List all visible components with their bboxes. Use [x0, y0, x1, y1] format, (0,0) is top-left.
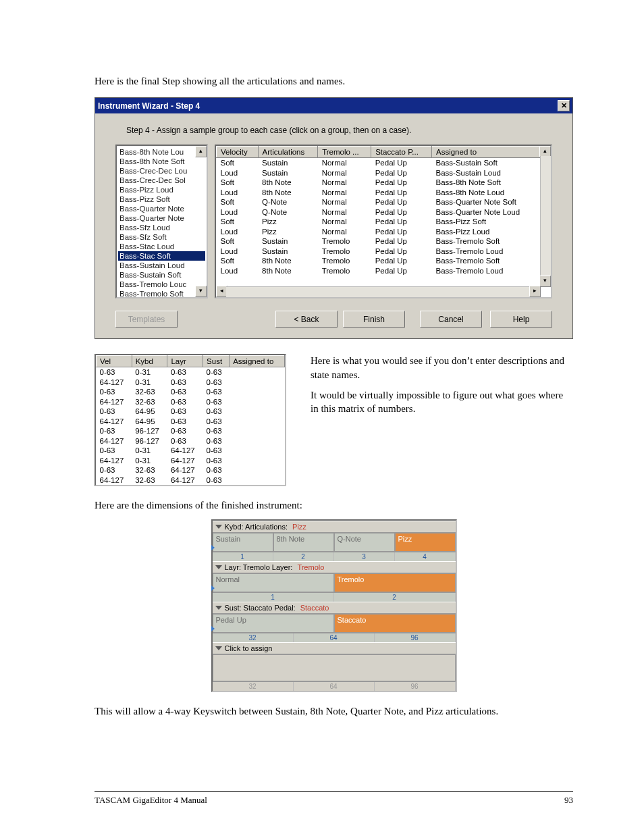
table-cell: Pedal Up — [371, 178, 432, 188]
dim-cell[interactable]: Tremolo — [334, 573, 456, 592]
table-row[interactable]: SoftSustainTremoloPedal UpBass-Tremolo S… — [217, 236, 540, 246]
close-icon[interactable]: ✕ — [558, 100, 570, 111]
table-cell — [230, 436, 285, 446]
dim-cell[interactable]: Q-Note — [334, 533, 395, 552]
dim-cell[interactable]: 8th Note — [273, 533, 334, 552]
table-row[interactable]: LoudSustainTremoloPedal UpBass-Tremolo L… — [217, 246, 540, 257]
sample-group-listbox[interactable]: ▴ Bass-8th Note LouBass-8th Note SoftBas… — [115, 145, 208, 298]
list-item[interactable]: Bass-Sustain Soft — [118, 270, 205, 280]
list-item[interactable]: Bass-Crec-Dec Sol — [118, 176, 205, 185]
dim-cell-empty[interactable] — [213, 654, 456, 681]
table-cell: Bass-8th Note Loud — [431, 188, 539, 198]
scrollbar-horizontal[interactable] — [226, 286, 531, 297]
table-cell: Loud — [217, 227, 259, 237]
wizard-title: Instrument Wizard - Step 4 — [98, 101, 558, 111]
dim-cell[interactable]: Pizz — [395, 533, 456, 552]
list-item[interactable]: Bass-Pizz Loud — [118, 185, 205, 194]
table-cell: Pedal Up — [371, 188, 432, 198]
dim-title: Sust: Staccato Pedal: — [225, 604, 296, 612]
table-row[interactable]: Loud8th NoteTremoloPedal UpBass-Tremolo … — [217, 266, 540, 276]
list-item[interactable]: Bass-Sfz Soft — [118, 232, 205, 242]
dim-header-sust[interactable]: Sust: Staccato Pedal: Staccato — [213, 602, 456, 614]
scroll-down-icon[interactable]: ▾ — [539, 276, 551, 287]
cancel-button[interactable]: Cancel — [420, 311, 482, 328]
column-header[interactable]: Velocity — [217, 147, 259, 158]
column-header: Kybd — [132, 356, 167, 367]
table-cell: Soft — [217, 158, 259, 168]
table-cell: 0-63 — [203, 436, 230, 446]
back-button[interactable]: < Back — [275, 311, 338, 328]
table-cell: 0-63 — [167, 407, 203, 417]
list-item[interactable]: Bass-8th Note Soft — [118, 157, 205, 166]
table-cell: Bass-Sustain Loud — [431, 168, 539, 178]
dim-header-assign[interactable]: Click to assign — [213, 642, 456, 654]
list-item[interactable]: Bass-Tremolo Soft — [118, 289, 205, 298]
list-item[interactable]: Bass-Crec-Dec Lou — [118, 166, 205, 176]
table-row[interactable]: SoftSustainNormalPedal UpBass-Sustain So… — [217, 158, 540, 168]
finish-button[interactable]: Finish — [343, 311, 405, 328]
table-row[interactable]: Loud8th NoteNormalPedal UpBass-8th Note … — [217, 188, 540, 198]
table-row[interactable]: SoftPizzNormalPedal UpBass-Pizz Soft — [217, 217, 540, 227]
list-item[interactable]: Bass-Quarter Note — [118, 213, 205, 223]
table-cell: 96-127 — [132, 426, 167, 436]
table-cell: Q-Note — [258, 207, 318, 217]
dim-cell[interactable]: Staccato — [334, 614, 456, 633]
list-item[interactable]: Bass-Stac Loud — [118, 242, 205, 251]
list-item[interactable]: Bass-Quarter Note — [118, 204, 205, 213]
table-cell: Loud — [217, 246, 259, 257]
column-header[interactable]: Staccato P... — [371, 147, 432, 158]
dim-header-layr[interactable]: Layr: Tremolo Layer: Tremolo — [213, 561, 456, 573]
dim-cell[interactable]: Sustain — [213, 533, 273, 552]
table-cell: 8th Note — [258, 266, 318, 276]
table-cell: 0-63 — [203, 426, 230, 436]
table-row[interactable]: LoudSustainNormalPedal UpBass-Sustain Lo… — [217, 168, 540, 178]
table-cell: Pizz — [258, 217, 318, 227]
table-cell: Bass-Tremolo Loud — [431, 266, 539, 276]
dim-scale-number: 1 — [213, 593, 334, 602]
list-item[interactable]: Bass-Pizz Soft — [118, 194, 205, 204]
column-header[interactable]: Assigned to — [431, 147, 539, 158]
table-cell — [230, 446, 285, 456]
table-row[interactable]: Soft8th NoteTremoloPedal UpBass-Tremolo … — [217, 256, 540, 266]
table-cell: 64-127 — [167, 446, 203, 456]
chevron-down-icon — [215, 606, 222, 610]
table-cell: Normal — [318, 158, 371, 168]
list-item[interactable]: Bass-8th Note Lou — [118, 147, 205, 157]
table-cell: 64-95 — [132, 407, 167, 417]
table-cell: Sustain — [258, 158, 318, 168]
table-row[interactable]: Soft8th NoteNormalPedal UpBass-8th Note … — [217, 178, 540, 188]
table-cell: 0-63 — [97, 426, 132, 436]
dim-header-kybd[interactable]: Kybd: Articulations: Pizz — [213, 521, 456, 533]
dim-scale-number: 32 — [213, 633, 294, 642]
list-item[interactable]: Bass-Sustain Loud — [118, 261, 205, 270]
table-cell: Normal — [318, 207, 371, 217]
page-number: 93 — [564, 795, 573, 806]
list-item[interactable]: Bass-Tremolo Louc — [118, 280, 205, 289]
table-cell: Tremolo — [318, 246, 371, 257]
table-row[interactable]: LoudQ-NoteNormalPedal UpBass-Quarter Not… — [217, 207, 540, 217]
table-row[interactable]: SoftQ-NoteNormalPedal UpBass-Quarter Not… — [217, 197, 540, 207]
scroll-right-icon[interactable]: ▸ — [529, 286, 541, 297]
dim-cell[interactable]: Pedal Up — [213, 614, 334, 633]
table-cell: 0-63 — [203, 397, 230, 407]
dim-cell[interactable]: Normal — [213, 573, 334, 592]
scrollbar-vertical[interactable] — [540, 156, 551, 277]
list-item[interactable]: Bass-Sfz Loud — [118, 223, 205, 232]
table-cell: Sustain — [258, 168, 318, 178]
table-cell: 32-63 — [132, 465, 167, 475]
help-button[interactable]: Help — [490, 311, 552, 328]
table-cell: Bass-Sustain Soft — [431, 158, 539, 168]
assignment-table[interactable]: VelocityArticulationsTremolo ...Staccato… — [215, 145, 552, 298]
table-cell: 64-95 — [132, 417, 167, 427]
table-row[interactable]: LoudPizzNormalPedal UpBass-Pizz Loud — [217, 227, 540, 237]
column-header[interactable]: Tremolo ... — [318, 147, 371, 158]
scroll-up-icon[interactable]: ▴ — [195, 146, 207, 157]
table-cell: Sustain — [258, 246, 318, 257]
list-item[interactable]: Bass-Stac Soft — [118, 251, 205, 261]
column-header[interactable]: Articulations — [258, 147, 318, 158]
table-cell — [230, 397, 285, 407]
dimensions-panel: Kybd: Articulations: Pizz Sustain8th Not… — [211, 519, 457, 692]
scroll-down-icon[interactable]: ▾ — [195, 286, 207, 297]
table-cell: 96-127 — [132, 436, 167, 446]
table-cell: 0-63 — [167, 397, 203, 407]
